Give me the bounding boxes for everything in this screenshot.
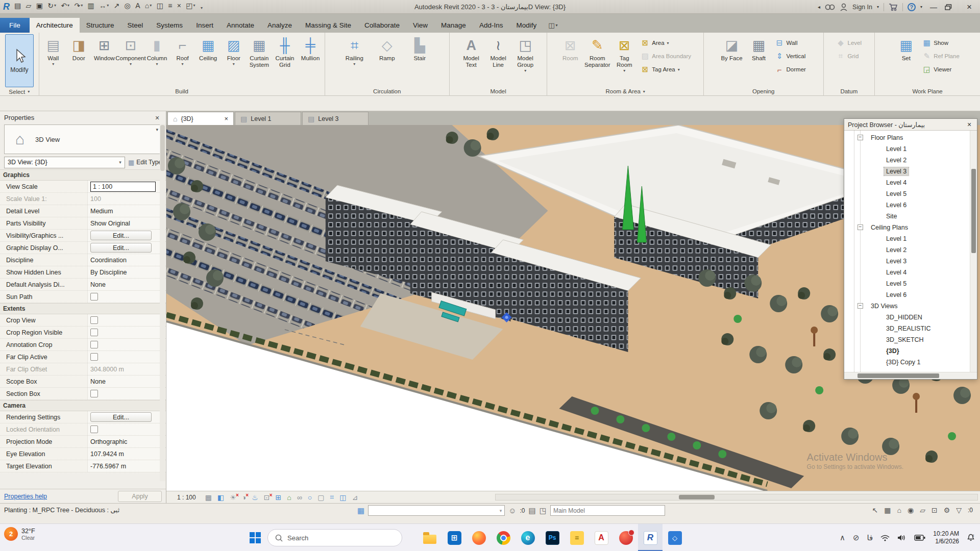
property-row[interactable]: Annotation Crop	[0, 339, 166, 351]
property-row[interactable]: Scale Value 1: 100	[0, 193, 166, 205]
property-row[interactable]: Discipline Coordination	[0, 254, 166, 266]
ribbon-button[interactable]: Stair	[407, 34, 432, 83]
view-control-icon[interactable]: ∞	[297, 493, 302, 502]
collapse-infocenter-icon[interactable]: ◂	[818, 4, 820, 10]
view-tab[interactable]: Level 1	[235, 112, 301, 125]
ribbon-small-button[interactable]: Tag Area ▾	[639, 63, 681, 76]
view-control-icon[interactable]: ⊡	[264, 493, 270, 502]
property-row[interactable]: Parts Visibility Show Original	[0, 217, 166, 230]
view-control-icon[interactable]: ◫	[339, 493, 346, 502]
ribbon-button[interactable]: Door	[67, 34, 91, 83]
qat-icon[interactable]: ⌂▾	[143, 0, 153, 11]
qat-icon[interactable]: ↻▾	[46, 0, 58, 11]
ribbon-button[interactable]: Roof ▾	[170, 34, 194, 83]
taskbar-app[interactable]	[491, 524, 516, 551]
ribbon-button[interactable]: Room	[557, 34, 583, 83]
ribbon-tab[interactable]: Structure	[80, 18, 121, 33]
ribbon-button[interactable]: Shaft	[746, 34, 772, 83]
ribbon-tab[interactable]: Modify	[509, 18, 543, 33]
property-value[interactable]: Edit...	[88, 411, 166, 423]
panel-label-build[interactable]: Build	[39, 87, 325, 96]
property-row[interactable]: Sun Path	[0, 291, 166, 303]
modify-button[interactable]: Modify	[5, 34, 34, 87]
ribbon-small-button[interactable]: Area ▾	[639, 36, 671, 49]
property-row[interactable]: Section Box	[0, 388, 166, 400]
taskbar-app[interactable]: ≡	[565, 524, 589, 551]
property-row[interactable]: Projection Mode Orthographic	[0, 436, 166, 448]
property-row[interactable]: Crop View	[0, 314, 166, 327]
battery-icon[interactable]	[914, 535, 925, 541]
view-control-icon[interactable]: ⊿	[352, 493, 358, 502]
property-value[interactable]	[88, 351, 166, 363]
ribbon-button[interactable]: Model Line	[485, 34, 511, 83]
qat-icon[interactable]: ◎	[123, 0, 132, 11]
qat-icon[interactable]: ▱	[24, 0, 33, 11]
property-value[interactable]: None	[88, 279, 166, 290]
add-to-set-icon[interactable]: ◳	[540, 506, 547, 515]
qat-icon[interactable]: ◰▾	[184, 0, 197, 11]
ribbon-tab[interactable]: Steel	[121, 18, 150, 33]
type-selector-preview[interactable]: ⌂ 3D View ▾	[4, 124, 162, 154]
property-value[interactable]	[88, 327, 166, 338]
taskbar-app[interactable]: Ps	[540, 524, 565, 551]
browser-tree-item[interactable]: Level 2	[844, 244, 977, 256]
browser-tree-item[interactable]: Level 5	[844, 188, 977, 199]
property-row[interactable]: Locked Orientation	[0, 423, 166, 436]
ribbon-tab[interactable]: Annotate	[220, 18, 261, 33]
panel-label-model[interactable]: Model	[450, 87, 547, 96]
property-value[interactable]: By Discipline	[88, 266, 166, 278]
browser-tree-item[interactable]: Level 6	[844, 199, 977, 211]
taskbar-app[interactable]: ⊞	[442, 524, 467, 551]
property-value[interactable]	[88, 291, 166, 303]
panel-label-work-plane[interactable]: Work Plane	[875, 87, 980, 96]
ribbon-small-button[interactable]: Area Boundary	[639, 49, 693, 63]
property-value[interactable]: -776.5967 m	[88, 460, 166, 472]
ribbon-tab[interactable]: Manage	[434, 18, 473, 33]
taskbar-app[interactable]: ◇	[663, 524, 687, 551]
ribbon-button[interactable]: Curtain System	[247, 34, 271, 83]
view-tab-close-icon[interactable]: ×	[224, 115, 228, 122]
sign-in-button[interactable]: Sign In	[852, 4, 872, 11]
property-value[interactable]: Show Original	[88, 217, 166, 229]
selection-toggle-icon[interactable]: ▦	[884, 506, 891, 514]
ribbon-small-button[interactable]: Vertical	[773, 49, 808, 63]
ribbon-small-button[interactable]: Grid	[835, 49, 861, 63]
combo-caret-icon[interactable]: ▾	[500, 508, 502, 513]
properties-help-link[interactable]: Properties help	[4, 493, 47, 500]
worksets-icon[interactable]: ▦	[357, 506, 364, 515]
property-row[interactable]: Target Elevation -776.5967 m	[0, 460, 166, 472]
ribbon-button[interactable]: Component ▾	[118, 34, 143, 83]
ribbon-button[interactable]: Set	[893, 34, 919, 83]
view-control-icon[interactable]: ◑	[242, 493, 246, 502]
view-control-icon[interactable]: ▢	[317, 493, 324, 502]
property-value[interactable]: Coordination	[88, 254, 166, 266]
property-row[interactable]: Show Hidden Lines By Discipline	[0, 266, 166, 279]
ribbon-tab[interactable]: Insert	[189, 18, 220, 33]
view-tab[interactable]: Level 3	[302, 112, 369, 125]
ribbon-tab[interactable]: Systems	[150, 18, 189, 33]
clock[interactable]: 10:20 AM 1/6/2026	[933, 530, 959, 545]
property-row[interactable]: Far Clip Offset 304.8000 m	[0, 363, 166, 375]
qat-icon[interactable]: A	[134, 0, 141, 11]
edit-type-button[interactable]: Edit Type	[128, 159, 162, 166]
user-icon[interactable]	[840, 3, 848, 11]
ribbon-button[interactable]: By Face	[719, 34, 745, 83]
start-button[interactable]	[250, 532, 261, 543]
qat-icon[interactable]: ↷▾	[72, 0, 84, 11]
filter-icon[interactable]: ▽	[956, 506, 962, 514]
tab-file[interactable]: File	[0, 18, 30, 33]
view-control-icon[interactable]: ⌂	[287, 493, 291, 502]
scrollbar-thumb[interactable]	[679, 495, 715, 499]
browser-tree-item[interactable]: Level 3	[844, 166, 977, 177]
taskbar-app[interactable]	[418, 524, 442, 551]
browser-tree-item[interactable]: Level 1	[844, 233, 977, 244]
view-selector-combo[interactable]: 3D View: {3D} ▾	[4, 157, 125, 168]
browser-tree-item[interactable]: − Floor Plans	[844, 132, 977, 143]
section-graphics[interactable]: Graphics^	[0, 169, 166, 181]
ribbon-button[interactable]: Window	[92, 34, 116, 83]
taskbar-app[interactable]: e	[516, 524, 540, 551]
selection-toggle-icon[interactable]: ▱	[920, 506, 925, 514]
property-row[interactable]: Default Analysis Di... None	[0, 279, 166, 291]
panel-label-select[interactable]: Select▾	[0, 87, 39, 96]
minimize-button[interactable]: —	[927, 3, 940, 11]
